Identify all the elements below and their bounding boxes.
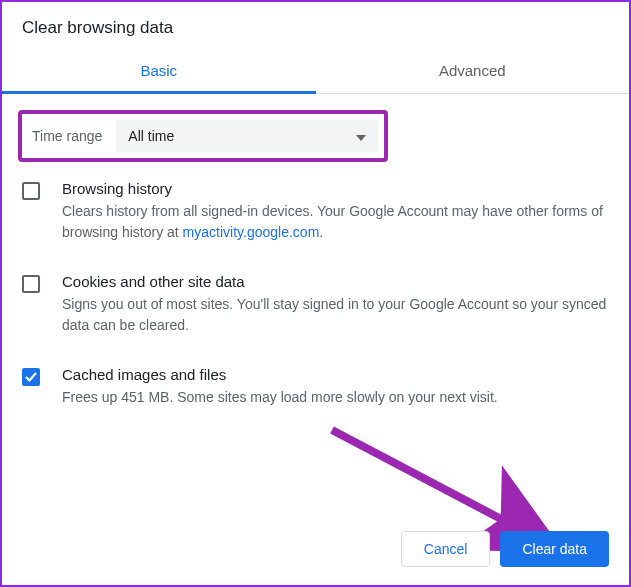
time-range-select[interactable]: All time (116, 120, 378, 152)
tab-advanced[interactable]: Advanced (316, 50, 630, 93)
myactivity-link[interactable]: myactivity.google.com (183, 224, 320, 240)
tabs-container: Basic Advanced (2, 50, 629, 94)
option-desc-browsing-history: Clears history from all signed-in device… (62, 201, 609, 243)
option-desc-cookies: Signs you out of most sites. You'll stay… (62, 294, 609, 336)
time-range-label: Time range (32, 128, 102, 144)
time-range-value: All time (128, 128, 174, 144)
option-title-browsing-history: Browsing history (62, 180, 609, 197)
checkbox-browsing-history[interactable] (22, 182, 40, 200)
checkbox-cache[interactable] (22, 368, 40, 386)
option-desc-cache: Frees up 451 MB. Some sites may load mor… (62, 387, 609, 408)
option-browsing-history: Browsing history Clears history from all… (22, 180, 609, 243)
checkbox-cookies[interactable] (22, 275, 40, 293)
tab-basic[interactable]: Basic (2, 50, 316, 93)
option-title-cookies: Cookies and other site data (62, 273, 609, 290)
option-cookies: Cookies and other site data Signs you ou… (22, 273, 609, 336)
cancel-button[interactable]: Cancel (401, 531, 491, 567)
option-title-cache: Cached images and files (62, 366, 609, 383)
chevron-down-icon (356, 128, 366, 144)
dialog-title: Clear browsing data (2, 2, 629, 50)
option-cache: Cached images and files Frees up 451 MB.… (22, 366, 609, 408)
dialog-buttons: Cancel Clear data (401, 531, 609, 567)
options-list: Browsing history Clears history from all… (2, 180, 629, 408)
time-range-highlight: Time range All time (18, 110, 388, 162)
svg-line-0 (332, 430, 522, 530)
clear-data-button[interactable]: Clear data (500, 531, 609, 567)
